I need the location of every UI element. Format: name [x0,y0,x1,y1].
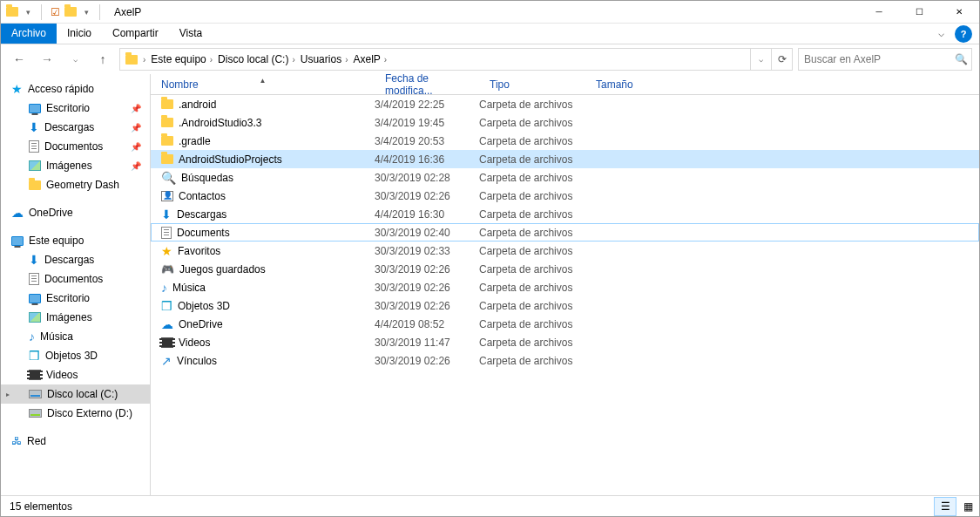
tab-share[interactable]: Compartir [102,24,169,44]
address-history-icon[interactable]: ⌵ [750,49,771,70]
folder-context-icon[interactable] [63,4,78,20]
search-input[interactable] [802,52,955,66]
sidebar-quick-access[interactable]: ★ Acceso rápido [1,79,150,99]
search-icon[interactable]: 🔍 [955,53,968,65]
sidebar-item-objetos-3d[interactable]: ❒Objetos 3D [1,346,150,365]
address-bar[interactable]: › Este equipo › Disco local (C:) › Usuar… [119,48,793,71]
refresh-button[interactable]: ⟳ [771,49,792,70]
file-date: 4/4/2019 16:30 [375,208,479,221]
sidebar-item-videos[interactable]: Videos [1,365,150,384]
sidebar-item-imágenes[interactable]: Imágenes [1,308,150,327]
file-row[interactable]: 🎮Juegos guardados30/3/2019 02:26Carpeta … [151,260,979,278]
file-row[interactable]: AndroidStudioProjects4/4/2019 16:36Carpe… [151,150,979,168]
file-name: Música [172,282,206,294]
sidebar-item-disco-externo-d[interactable]: Disco Externo (D:) [1,404,150,423]
tab-file[interactable]: Archivo [1,24,57,44]
breadcrumb[interactable]: Disco local (C:) [214,53,290,65]
file-row[interactable]: ♪Música30/3/2019 02:26Carpeta de archivo… [151,278,979,296]
sidebar-item-música[interactable]: ♪Música [1,327,150,346]
sidebar-network[interactable]: 🖧 Red [1,432,150,451]
search-box[interactable]: 🔍 [798,48,972,71]
document-icon [161,227,172,239]
search-folder-icon: 🔍 [161,171,176,185]
cube-icon: ❒ [29,349,40,363]
sidebar-this-pc[interactable]: Este equipo [1,231,150,250]
file-name: Favoritos [178,245,220,257]
file-date: 30/3/2019 02:26 [375,190,479,202]
tab-home[interactable]: Inicio [57,24,102,44]
document-icon [29,140,39,153]
sidebar-item-label: Disco local (C:) [47,388,118,400]
file-type: Carpeta de archivos [479,337,585,349]
sidebar-item-geometry-dash[interactable]: Geometry Dash [1,175,150,194]
sidebar-item-label: Imágenes [46,311,92,323]
file-list[interactable]: Nombre ▲ Fecha de modifica... Tipo Tamañ… [151,74,979,495]
minimize-button[interactable]: ─ [859,1,899,24]
column-name[interactable]: Nombre ▲ [151,78,375,91]
sidebar-item-label: Imágenes [46,160,92,172]
file-row[interactable]: .AndroidStudio3.33/4/2019 19:45Carpeta d… [151,113,979,132]
file-row[interactable]: ★Favoritos30/3/2019 02:33Carpeta de arch… [151,241,979,260]
sidebar-item-disco-local-c[interactable]: ▸Disco local (C:) [1,384,150,404]
column-type[interactable]: Tipo [479,78,585,91]
link-icon: ↗ [161,354,172,368]
chevron-right-icon[interactable]: › [343,55,349,65]
view-details-button[interactable]: ☰ [934,497,956,516]
column-date[interactable]: Fecha de modifica... [375,74,479,97]
nav-forward-button[interactable]: → [36,48,58,71]
chevron-right-icon[interactable]: › [141,55,147,65]
chevron-right-icon[interactable]: › [290,55,296,65]
sidebar-item-descargas[interactable]: ⬇Descargas📌 [1,118,150,137]
video-icon [161,337,173,348]
monitor-icon [29,104,41,113]
file-name: .AndroidStudio3.3 [179,117,261,129]
qat-menu-icon[interactable]: ▾ [78,4,94,20]
sidebar-item-descargas[interactable]: ⬇Descargas [1,250,150,269]
qat-dropdown-icon[interactable]: ▾ [20,4,36,20]
maximize-button[interactable]: ☐ [899,1,939,24]
sidebar-item-escritorio[interactable]: Escritorio [1,289,150,308]
folder-icon [161,99,173,109]
file-row[interactable]: 🔍Búsquedas30/3/2019 02:28Carpeta de arch… [151,168,979,187]
breadcrumb[interactable]: AxelP [349,53,382,65]
help-button[interactable]: ? [955,25,972,43]
properties-icon[interactable]: ☑ [47,4,63,20]
file-row[interactable]: ⬇Descargas4/4/2019 16:30Carpeta de archi… [151,205,979,223]
breadcrumb[interactable]: Este equipo [147,53,207,65]
monitor-icon [29,294,41,303]
sidebar-item-escritorio[interactable]: Escritorio📌 [1,99,150,118]
column-size[interactable]: Tamaño [585,78,690,91]
view-icons-button[interactable]: ▦ [956,497,979,516]
chevron-right-icon[interactable]: › [208,55,214,65]
image-icon [29,160,41,171]
contacts-icon [161,191,173,201]
file-type: Carpeta de archivos [479,153,585,166]
close-button[interactable]: ✕ [939,1,979,24]
sidebar-item-label: Este equipo [29,235,84,247]
file-name: Videos [179,337,210,349]
file-row[interactable]: .gradle3/4/2019 20:53Carpeta de archivos [151,132,979,150]
sidebar-item-documentos[interactable]: Documentos [1,269,150,289]
file-row[interactable]: ↗Vínculos30/3/2019 02:26Carpeta de archi… [151,351,979,370]
nav-up-button[interactable]: ↑ [91,48,114,71]
file-date: 3/4/2019 20:53 [375,135,479,147]
file-row[interactable]: Contactos30/3/2019 02:26Carpeta de archi… [151,187,979,205]
file-row[interactable]: .android3/4/2019 22:25Carpeta de archivo… [151,95,979,113]
document-icon [29,273,39,285]
file-row[interactable]: Documents30/3/2019 02:40Carpeta de archi… [151,223,979,241]
chevron-right-icon[interactable]: › [382,55,389,65]
file-row[interactable]: ❒Objetos 3D30/3/2019 02:26Carpeta de arc… [151,296,979,315]
breadcrumb[interactable]: Usuarios [297,53,343,65]
sidebar-item-label: Documentos [44,273,103,285]
tab-view[interactable]: Vista [169,24,213,44]
sidebar-item-imágenes[interactable]: Imágenes📌 [1,156,150,175]
ribbon-expand-icon[interactable]: ⌵ [931,24,951,44]
sidebar-onedrive[interactable]: ☁ OneDrive [1,203,150,222]
nav-history-icon[interactable]: ⌵ [64,48,86,71]
nav-sidebar[interactable]: ★ Acceso rápido Escritorio📌⬇Descargas📌Do… [1,74,151,495]
nav-back-button[interactable]: ← [8,48,30,71]
sidebar-item-documentos[interactable]: Documentos📌 [1,137,150,156]
file-row[interactable]: ☁OneDrive4/4/2019 08:52Carpeta de archiv… [151,315,979,333]
pin-icon: 📌 [131,123,141,133]
file-row[interactable]: Videos30/3/2019 11:47Carpeta de archivos [151,333,979,351]
